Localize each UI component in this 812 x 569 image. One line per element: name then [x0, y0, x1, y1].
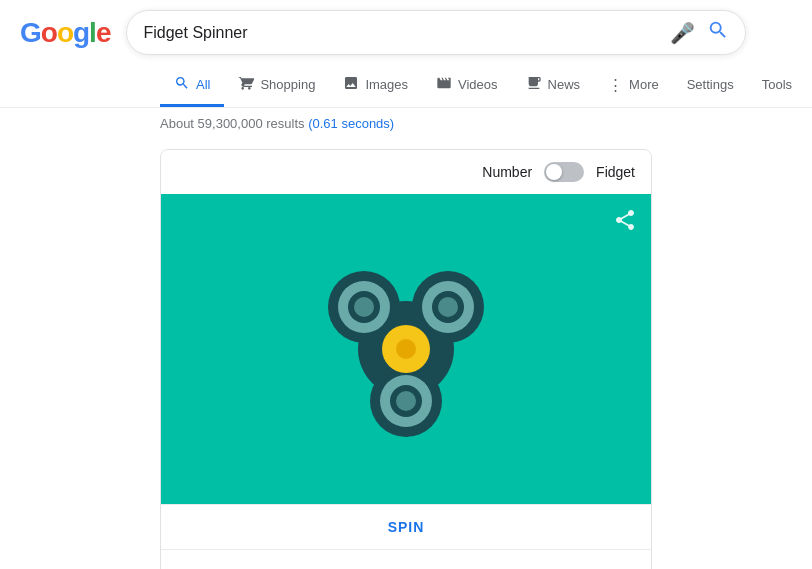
tab-videos-label: Videos [458, 77, 498, 92]
tab-images[interactable]: Images [329, 65, 422, 107]
widget-header: Number Fidget [161, 150, 651, 194]
tab-settings[interactable]: Settings [673, 67, 748, 105]
results-time: (0.61 seconds) [308, 116, 394, 131]
number-label: Number [482, 164, 532, 180]
news-tab-icon [526, 75, 542, 94]
logo-e: e [96, 17, 111, 48]
chevron-down-icon[interactable] [396, 562, 416, 569]
logo-l: l [89, 17, 96, 48]
tab-more[interactable]: ⋮ More [594, 66, 673, 107]
svg-point-10 [396, 391, 416, 411]
tab-more-label: More [629, 77, 659, 92]
tab-images-label: Images [365, 77, 408, 92]
tab-all-label: All [196, 77, 210, 92]
share-button[interactable] [613, 208, 637, 238]
search-bar[interactable]: 🎤 [126, 10, 746, 55]
tab-news[interactable]: News [512, 65, 595, 107]
spinner-area[interactable] [161, 194, 651, 504]
fidget-label: Fidget [596, 164, 635, 180]
videos-tab-icon [436, 75, 452, 94]
search-icon[interactable] [707, 19, 729, 46]
search-input[interactable] [143, 24, 670, 42]
spin-bar: SPIN [161, 504, 651, 549]
nav-settings: Settings Tools [673, 67, 806, 105]
tools-label: Tools [762, 77, 792, 92]
nav-tabs: All Shopping Images Videos News ⋮ More S… [0, 65, 812, 108]
mic-icon[interactable]: 🎤 [670, 21, 695, 45]
tab-shopping[interactable]: Shopping [224, 65, 329, 107]
search-icons: 🎤 [670, 19, 729, 46]
logo-o2: o [57, 17, 73, 48]
images-tab-icon [343, 75, 359, 94]
tab-news-label: News [548, 77, 581, 92]
fidget-spinner-svg[interactable] [296, 239, 516, 459]
svg-point-15 [396, 339, 416, 359]
tab-all[interactable]: All [160, 65, 224, 107]
spin-button[interactable]: SPIN [388, 519, 425, 535]
results-info: About 59,300,000 results (0.61 seconds) [0, 108, 812, 139]
tab-tools[interactable]: Tools [748, 67, 806, 105]
svg-point-13 [354, 297, 374, 317]
more-tab-icon: ⋮ [608, 76, 623, 94]
shopping-tab-icon [238, 75, 254, 94]
google-logo[interactable]: Google [20, 17, 110, 49]
tab-shopping-label: Shopping [260, 77, 315, 92]
svg-point-7 [438, 297, 458, 317]
toggle-switch[interactable] [544, 162, 584, 182]
settings-label: Settings [687, 77, 734, 92]
expand-bar[interactable] [161, 549, 651, 569]
widget-card: Number Fidget [160, 149, 652, 569]
logo-g2: g [73, 17, 89, 48]
results-count: About 59,300,000 results [160, 116, 305, 131]
header: Google 🎤 [0, 0, 812, 65]
toggle-knob [546, 164, 562, 180]
logo-g: G [20, 17, 41, 48]
search-tab-icon [174, 75, 190, 94]
logo-o1: o [41, 17, 57, 48]
tab-videos[interactable]: Videos [422, 65, 512, 107]
